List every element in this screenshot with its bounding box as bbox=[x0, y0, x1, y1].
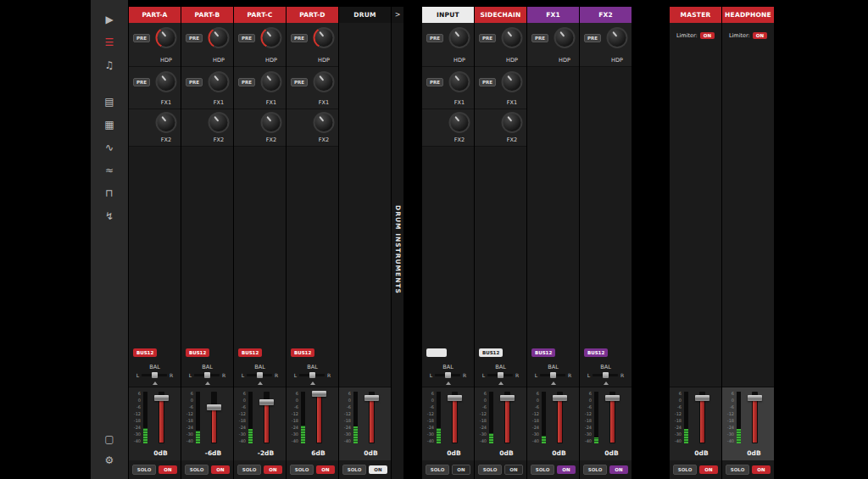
pre-button[interactable]: PRE bbox=[238, 78, 255, 86]
send-knob-fx1[interactable] bbox=[209, 71, 230, 92]
volume-fader[interactable] bbox=[699, 392, 705, 443]
balance-handle[interactable] bbox=[603, 372, 609, 378]
send-knob-fx2[interactable] bbox=[156, 112, 177, 133]
pre-button[interactable]: PRE bbox=[186, 34, 203, 42]
send-knob-fx2[interactable] bbox=[261, 112, 282, 133]
volume-fader[interactable] bbox=[752, 392, 758, 443]
pre-button[interactable]: PRE bbox=[291, 34, 308, 42]
pattern-grid-icon[interactable]: ▦ bbox=[100, 115, 119, 134]
bus-assign-button[interactable]: BUS12 bbox=[531, 348, 555, 357]
balance-slider[interactable]: LR bbox=[287, 372, 338, 378]
pre-button[interactable]: PRE bbox=[531, 34, 548, 42]
limiter-on-button[interactable]: ON bbox=[753, 32, 767, 39]
balance-slider[interactable]: LR bbox=[422, 372, 474, 378]
channel-tab-master[interactable]: MASTER bbox=[670, 7, 721, 23]
fader-handle[interactable] bbox=[154, 395, 169, 401]
channel-tab-part-d[interactable]: PART-D bbox=[287, 7, 338, 23]
pre-button[interactable]: PRE bbox=[186, 78, 203, 86]
fader-handle[interactable] bbox=[207, 404, 221, 410]
bus-assign-button[interactable] bbox=[426, 348, 447, 357]
fader-handle[interactable] bbox=[605, 395, 620, 401]
on-button[interactable]: ON bbox=[557, 465, 576, 474]
solo-button[interactable]: SOLO bbox=[426, 465, 449, 475]
video-roll-icon[interactable]: ▶ bbox=[100, 10, 119, 29]
send-knob-fx2[interactable] bbox=[209, 112, 230, 133]
on-button[interactable]: ON bbox=[699, 465, 718, 474]
song-notes-icon[interactable]: ♫ bbox=[100, 56, 119, 75]
balance-slider[interactable]: LR bbox=[181, 372, 233, 378]
send-knob-hdp[interactable] bbox=[554, 27, 576, 48]
pre-button[interactable]: PRE bbox=[238, 34, 255, 42]
balance-handle[interactable] bbox=[204, 372, 210, 378]
channel-tab-fx1[interactable]: FX1 bbox=[527, 7, 579, 23]
solo-button[interactable]: SOLO bbox=[583, 465, 607, 475]
channel-tab-part-a[interactable]: PART-A bbox=[129, 7, 181, 23]
on-button[interactable]: ON bbox=[504, 465, 523, 475]
fader-handle[interactable] bbox=[312, 391, 326, 397]
bus-assign-button[interactable]: BUS12 bbox=[133, 348, 157, 357]
channel-tab-part-b[interactable]: PART-B bbox=[181, 7, 233, 23]
balance-handle[interactable] bbox=[550, 372, 556, 378]
balance-slider[interactable]: LR bbox=[580, 372, 632, 378]
solo-button[interactable]: SOLO bbox=[290, 465, 314, 475]
fader-handle[interactable] bbox=[748, 395, 762, 401]
balance-slider[interactable]: LR bbox=[527, 372, 579, 378]
settings-gear-icon[interactable]: ⚙ bbox=[100, 451, 119, 470]
channel-tab-part-c[interactable]: PART-C bbox=[234, 7, 286, 23]
balance-handle[interactable] bbox=[445, 372, 451, 378]
trigger-icon[interactable]: ↯ bbox=[100, 207, 119, 226]
pre-button[interactable]: PRE bbox=[426, 78, 443, 86]
volume-fader[interactable] bbox=[264, 392, 270, 443]
balance-handle[interactable] bbox=[498, 372, 504, 378]
solo-button[interactable]: SOLO bbox=[342, 465, 366, 475]
send-knob-hdp[interactable] bbox=[209, 27, 230, 48]
waveform-alt-icon[interactable]: ≈ bbox=[100, 161, 119, 180]
solo-button[interactable]: SOLO bbox=[237, 465, 261, 475]
limiter-on-button[interactable]: ON bbox=[700, 32, 715, 39]
pre-button[interactable]: PRE bbox=[133, 78, 150, 86]
on-button[interactable]: ON bbox=[452, 465, 470, 475]
channel-tab-fx2[interactable]: FX2 bbox=[580, 7, 632, 23]
solo-button[interactable]: SOLO bbox=[185, 465, 209, 475]
bus-assign-button[interactable]: BUS12 bbox=[584, 348, 608, 357]
volume-fader[interactable] bbox=[211, 392, 217, 443]
pre-button[interactable]: PRE bbox=[133, 34, 150, 42]
send-knob-fx2[interactable] bbox=[449, 112, 470, 133]
fader-handle[interactable] bbox=[695, 395, 709, 401]
on-button[interactable]: ON bbox=[264, 465, 282, 474]
send-knob-fx1[interactable] bbox=[502, 71, 523, 92]
solo-button[interactable]: SOLO bbox=[726, 465, 749, 475]
send-knob-hdp[interactable] bbox=[314, 27, 335, 48]
volume-fader[interactable] bbox=[316, 392, 322, 443]
pre-button[interactable]: PRE bbox=[479, 34, 496, 42]
send-knob-hdp[interactable] bbox=[261, 27, 282, 48]
waveform-icon[interactable]: ∿ bbox=[100, 138, 119, 157]
bus-assign-button[interactable]: BUS12 bbox=[291, 348, 314, 357]
volume-fader[interactable] bbox=[369, 392, 375, 443]
send-knob-fx1[interactable] bbox=[261, 71, 282, 92]
on-button[interactable]: ON bbox=[369, 465, 387, 474]
fader-handle[interactable] bbox=[500, 395, 515, 401]
channel-tab-sidechain[interactable]: SIDECHAIN bbox=[475, 7, 526, 23]
pre-button[interactable]: PRE bbox=[584, 34, 601, 42]
balance-slider[interactable]: LR bbox=[234, 372, 286, 378]
solo-button[interactable]: SOLO bbox=[673, 465, 697, 475]
collapsed-strip-drum-instruments[interactable]: >DRUM INSTRUMENTS bbox=[392, 7, 403, 479]
volume-fader[interactable] bbox=[452, 392, 458, 443]
solo-button[interactable]: SOLO bbox=[531, 465, 554, 475]
send-knob-hdp[interactable] bbox=[156, 27, 177, 48]
volume-fader[interactable] bbox=[609, 392, 615, 443]
pre-button[interactable]: PRE bbox=[426, 34, 443, 42]
channel-tab-input[interactable]: INPUT bbox=[422, 7, 474, 23]
volume-fader[interactable] bbox=[557, 392, 563, 443]
on-button[interactable]: ON bbox=[211, 465, 230, 474]
send-knob-hdp[interactable] bbox=[502, 27, 523, 48]
monitor-icon[interactable]: ▢ bbox=[100, 430, 119, 448]
fader-handle[interactable] bbox=[448, 395, 462, 401]
send-knob-hdp[interactable] bbox=[449, 27, 470, 48]
send-knob-hdp[interactable] bbox=[607, 27, 628, 48]
mixer-icon[interactable]: ☰ bbox=[100, 33, 119, 52]
on-button[interactable]: ON bbox=[752, 465, 771, 474]
send-knob-fx1[interactable] bbox=[314, 71, 335, 92]
volume-fader[interactable] bbox=[504, 392, 510, 443]
